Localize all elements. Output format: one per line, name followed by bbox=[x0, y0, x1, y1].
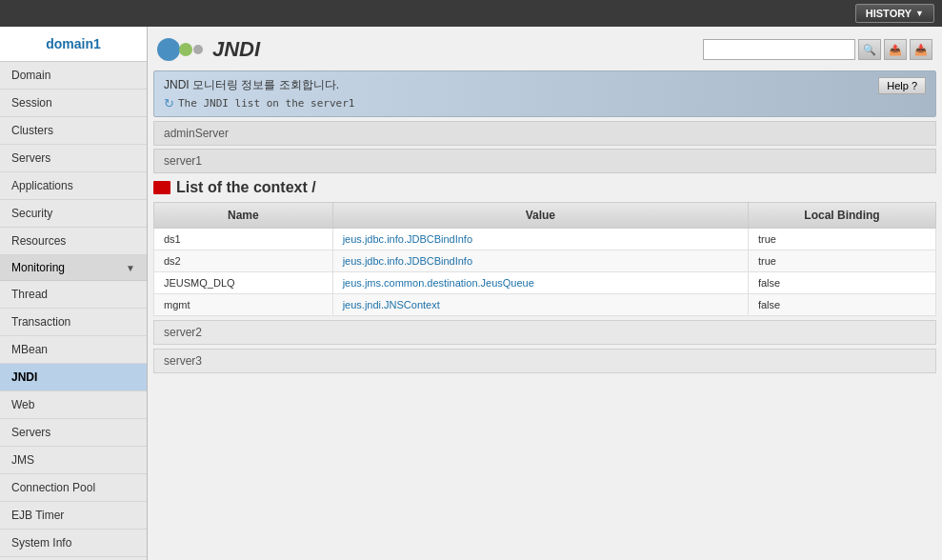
help-icon: ? bbox=[912, 80, 917, 91]
monitoring-arrow: ▼ bbox=[126, 263, 135, 273]
history-arrow: ▼ bbox=[915, 9, 924, 18]
logo-circle-green bbox=[179, 43, 192, 56]
help-label: Help bbox=[887, 80, 909, 91]
content-header: JNDI 🔍 📤 📥 bbox=[148, 27, 942, 70]
main-layout: domain1 DomainSessionClustersServersAppl… bbox=[0, 27, 942, 560]
context-flag-icon bbox=[153, 181, 170, 194]
sidebar-item-web[interactable]: Web bbox=[0, 391, 147, 419]
download-button[interactable]: 📥 bbox=[910, 39, 932, 60]
cell-local-binding: false bbox=[748, 294, 935, 316]
col-value: Value bbox=[332, 203, 748, 229]
sidebar-item-security[interactable]: Security bbox=[0, 200, 147, 228]
sidebar-item-jms[interactable]: JMS bbox=[0, 447, 147, 474]
sidebar-item-clusters[interactable]: Clusters bbox=[0, 117, 147, 145]
search-bar: 🔍 📤 📥 bbox=[703, 39, 932, 60]
cell-name: JEUSMQ_DLQ bbox=[154, 272, 333, 294]
info-banner: JNDI 모니터링 정보를 조회합니다. ↻ The JNDI list on … bbox=[153, 70, 936, 117]
server-row-adminServer[interactable]: adminServer bbox=[153, 121, 936, 146]
sidebar-item-resources[interactable]: Resources bbox=[0, 228, 147, 255]
info-text-container: JNDI 모니터링 정보를 조회합니다. ↻ The JNDI list on … bbox=[164, 77, 354, 110]
monitoring-header[interactable]: Monitoring▼ bbox=[0, 255, 147, 281]
info-sub-text: ↻ The JNDI list on the server1 bbox=[164, 96, 354, 110]
upload-button[interactable]: 📤 bbox=[884, 39, 907, 60]
server-row-server1[interactable]: server1 bbox=[153, 149, 936, 173]
info-sub-code: The JNDI list on the server1 bbox=[178, 97, 354, 110]
help-button[interactable]: Help ? bbox=[878, 77, 926, 94]
history-label: HISTORY bbox=[866, 8, 912, 19]
domain-title[interactable]: domain1 bbox=[0, 27, 147, 62]
table-row: ds2jeus.jdbc.info.JDBCBindInfotrue bbox=[154, 250, 936, 272]
cell-local-binding: true bbox=[748, 250, 935, 272]
sidebar-item-ejb-timer[interactable]: EJB Timer bbox=[0, 502, 147, 530]
history-button[interactable]: HISTORY ▼ bbox=[855, 4, 934, 23]
content-body: adminServerserver1 List of the context /… bbox=[148, 121, 942, 560]
cell-local-binding: false bbox=[748, 272, 935, 294]
sidebar-item-session[interactable]: Session bbox=[0, 90, 147, 117]
search-input[interactable] bbox=[703, 39, 855, 60]
refresh-icon: ↻ bbox=[164, 96, 174, 110]
logo-circle-gray bbox=[193, 45, 203, 54]
sidebar-item-transaction[interactable]: Transaction bbox=[0, 309, 147, 336]
search-icon: 🔍 bbox=[863, 44, 876, 56]
cell-name: mgmt bbox=[154, 294, 333, 316]
value-link[interactable]: jeus.jms.common.destination.JeusQueue bbox=[343, 277, 534, 289]
sidebar-item-domain[interactable]: Domain bbox=[0, 62, 147, 90]
server-row-lower-server2[interactable]: server2 bbox=[153, 320, 936, 345]
col-local-binding: Local Binding bbox=[748, 203, 935, 229]
cell-value[interactable]: jeus.jms.common.destination.JeusQueue bbox=[332, 272, 748, 294]
sidebar: domain1 DomainSessionClustersServersAppl… bbox=[0, 27, 148, 560]
sidebar-item-applications[interactable]: Applications bbox=[0, 172, 147, 200]
table-row: JEUSMQ_DLQjeus.jms.common.destination.Je… bbox=[154, 272, 936, 294]
search-button[interactable]: 🔍 bbox=[858, 39, 881, 60]
logo-circle-blue bbox=[157, 38, 180, 61]
upload-icon: 📤 bbox=[889, 44, 902, 56]
sidebar-item-jndi[interactable]: JNDI bbox=[0, 364, 147, 391]
sidebar-item-thread[interactable]: Thread bbox=[0, 281, 147, 309]
cell-name: ds1 bbox=[154, 229, 333, 250]
server-rows-top: adminServerserver1 bbox=[153, 121, 936, 173]
context-title: List of the context / bbox=[176, 179, 316, 196]
cell-name: ds2 bbox=[154, 250, 333, 272]
sidebar-item-connection-pool[interactable]: Connection Pool bbox=[0, 474, 147, 502]
cell-local-binding: true bbox=[748, 229, 935, 250]
monitoring-label: Monitoring bbox=[11, 261, 65, 274]
sidebar-item-servers[interactable]: Servers bbox=[0, 145, 147, 172]
server-row-lower-server3[interactable]: server3 bbox=[153, 349, 936, 373]
context-header: List of the context / bbox=[153, 179, 936, 196]
cell-value[interactable]: jeus.jndi.JNSContext bbox=[332, 294, 748, 316]
sidebar-items-container: DomainSessionClustersServersApplications… bbox=[0, 62, 147, 560]
header-logo bbox=[157, 32, 205, 67]
jndi-table: Name Value Local Binding ds1jeus.jdbc.in… bbox=[153, 202, 936, 316]
top-bar: HISTORY ▼ bbox=[0, 0, 942, 27]
cell-value[interactable]: jeus.jdbc.info.JDBCBindInfo bbox=[332, 229, 748, 250]
table-header-row: Name Value Local Binding bbox=[154, 203, 936, 229]
page-title: JNDI bbox=[212, 37, 260, 62]
context-section: List of the context / Name Value Local B… bbox=[153, 179, 936, 316]
info-main-text: JNDI 모니터링 정보를 조회합니다. bbox=[164, 77, 354, 93]
sidebar-item-system-info[interactable]: System Info bbox=[0, 530, 147, 557]
table-row: mgmtjeus.jndi.JNSContextfalse bbox=[154, 294, 936, 316]
cell-value[interactable]: jeus.jdbc.info.JDBCBindInfo bbox=[332, 250, 748, 272]
jndi-table-body: ds1jeus.jdbc.info.JDBCBindInfotrueds2jeu… bbox=[154, 229, 936, 316]
server-rows-lower: server2server3 bbox=[153, 320, 936, 373]
value-link[interactable]: jeus.jdbc.info.JDBCBindInfo bbox=[343, 233, 472, 245]
download-icon: 📥 bbox=[914, 44, 928, 56]
sidebar-item-mbean[interactable]: MBean bbox=[0, 336, 147, 364]
sidebar-item-servers2[interactable]: Servers bbox=[0, 419, 147, 447]
content-area: JNDI 🔍 📤 📥 JNDI 모니터링 정보를 조회합니다. ↻ bbox=[148, 27, 942, 560]
value-link[interactable]: jeus.jdbc.info.JDBCBindInfo bbox=[343, 255, 472, 267]
col-name: Name bbox=[154, 203, 333, 229]
table-row: ds1jeus.jdbc.info.JDBCBindInfotrue bbox=[154, 229, 936, 250]
value-link[interactable]: jeus.jndi.JNSContext bbox=[343, 299, 440, 310]
